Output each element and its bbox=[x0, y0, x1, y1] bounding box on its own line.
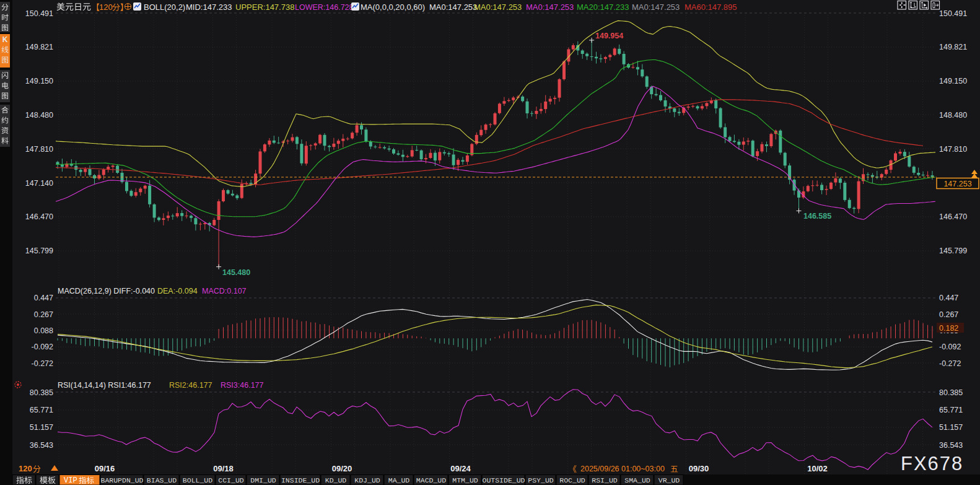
svg-text:RSI3:46.177: RSI3:46.177 bbox=[221, 381, 264, 390]
svg-text:147.253: 147.253 bbox=[943, 180, 971, 188]
svg-text:MACD_UD: MACD_UD bbox=[416, 476, 446, 484]
svg-text:146.470: 146.470 bbox=[25, 212, 53, 221]
svg-text:BOLL_UD: BOLL_UD bbox=[183, 476, 212, 484]
svg-text:36.543: 36.543 bbox=[939, 441, 963, 450]
svg-text:MACD:0.107: MACD:0.107 bbox=[202, 287, 247, 295]
svg-text:09/16: 09/16 bbox=[95, 464, 115, 473]
svg-text:09/20: 09/20 bbox=[332, 464, 352, 473]
svg-text:MA0:147.253: MA0:147.253 bbox=[429, 2, 477, 12]
svg-text:2025/09/26 01:00~03:00: 2025/09/26 01:00~03:00 bbox=[580, 465, 665, 473]
svg-text:VR_UD: VR_UD bbox=[658, 476, 680, 484]
svg-text:80.385: 80.385 bbox=[939, 388, 963, 397]
svg-text:MACD(26,12,9) DIFF:-0.040: MACD(26,12,9) DIFF:-0.040 bbox=[58, 287, 155, 295]
svg-text:RSI_UD: RSI_UD bbox=[592, 476, 618, 484]
svg-text:CCI_UD: CCI_UD bbox=[218, 476, 244, 484]
svg-text:80.385: 80.385 bbox=[30, 388, 53, 397]
svg-text:09/24: 09/24 bbox=[450, 464, 471, 473]
svg-text:DMI_UD: DMI_UD bbox=[250, 476, 276, 484]
svg-text:MA_UD: MA_UD bbox=[388, 476, 410, 484]
svg-text:51.157: 51.157 bbox=[30, 423, 53, 432]
svg-text:MA(0,0,0,20,0,60): MA(0,0,0,20,0,60) bbox=[361, 2, 425, 12]
svg-text:0.267: 0.267 bbox=[939, 310, 958, 319]
svg-text:146.470: 146.470 bbox=[939, 212, 967, 221]
svg-text:0.088: 0.088 bbox=[34, 326, 53, 335]
svg-text:ROC_UD: ROC_UD bbox=[559, 476, 585, 484]
svg-text:148.480: 148.480 bbox=[25, 111, 53, 120]
svg-text:K: K bbox=[2, 35, 8, 44]
svg-text:-0.092: -0.092 bbox=[32, 343, 53, 351]
svg-text:145.799: 145.799 bbox=[25, 247, 53, 255]
svg-text:MA20:147.233: MA20:147.233 bbox=[577, 2, 629, 12]
svg-text:BARUPDN_UD: BARUPDN_UD bbox=[100, 476, 143, 484]
svg-text:OUTSIDE_UD: OUTSIDE_UD bbox=[482, 476, 525, 484]
svg-text:65.771: 65.771 bbox=[30, 406, 53, 414]
svg-text:KD_UD: KD_UD bbox=[325, 476, 347, 484]
svg-text:VIP: VIP bbox=[64, 476, 77, 485]
svg-text:LOWER:146.728: LOWER:146.728 bbox=[295, 3, 354, 12]
svg-text:FX678: FX678 bbox=[901, 453, 963, 474]
svg-text:MA0:147.253: MA0:147.253 bbox=[474, 2, 522, 12]
svg-text:148.480: 148.480 bbox=[939, 111, 967, 120]
svg-text:BIAS_UD: BIAS_UD bbox=[147, 476, 177, 484]
svg-text:RSI2:46.177: RSI2:46.177 bbox=[169, 381, 212, 390]
svg-text:150.491: 150.491 bbox=[939, 9, 967, 18]
svg-text:0.447: 0.447 bbox=[939, 294, 958, 302]
svg-text:BOLL(20,2): BOLL(20,2) bbox=[144, 2, 185, 12]
svg-text:149.150: 149.150 bbox=[939, 77, 967, 85]
svg-text:149.821: 149.821 bbox=[939, 43, 967, 51]
svg-text:149.954: 149.954 bbox=[595, 32, 623, 40]
svg-text:120: 120 bbox=[99, 2, 113, 12]
svg-text:-0.092: -0.092 bbox=[939, 343, 961, 351]
svg-text:65.771: 65.771 bbox=[939, 406, 963, 414]
svg-text:145.799: 145.799 bbox=[939, 247, 967, 255]
svg-text:10/02: 10/02 bbox=[807, 464, 828, 473]
svg-text:150.491: 150.491 bbox=[25, 9, 53, 18]
svg-text:DEA:-0.094: DEA:-0.094 bbox=[157, 287, 198, 295]
svg-text:147.810: 147.810 bbox=[25, 145, 53, 154]
svg-text:149.150: 149.150 bbox=[25, 77, 53, 85]
svg-text:MA0:147.253: MA0:147.253 bbox=[526, 2, 574, 12]
svg-text:147.810: 147.810 bbox=[939, 145, 967, 154]
svg-text:147.140: 147.140 bbox=[25, 179, 53, 188]
svg-text:149.821: 149.821 bbox=[25, 43, 53, 51]
svg-text:RSI(14,14,14) RSI1:46.177: RSI(14,14,14) RSI1:46.177 bbox=[58, 381, 151, 390]
svg-text:36.543: 36.543 bbox=[30, 441, 53, 450]
svg-text:0.182: 0.182 bbox=[939, 324, 958, 333]
svg-text:MID:147.233: MID:147.233 bbox=[186, 2, 232, 12]
svg-text:-0.272: -0.272 bbox=[32, 359, 53, 368]
svg-text:SMA_UD: SMA_UD bbox=[624, 476, 650, 484]
svg-text:51.157: 51.157 bbox=[939, 423, 963, 432]
svg-text:09/30: 09/30 bbox=[689, 464, 709, 473]
svg-text:MTM_UD: MTM_UD bbox=[452, 476, 478, 484]
svg-text:MA60:147.895: MA60:147.895 bbox=[685, 2, 737, 12]
svg-text:INSIDE_UD: INSIDE_UD bbox=[281, 476, 320, 484]
svg-text:120: 120 bbox=[19, 464, 32, 473]
svg-text:0.267: 0.267 bbox=[34, 310, 53, 319]
svg-text:-0.272: -0.272 bbox=[939, 359, 961, 368]
svg-text:KDJ_UD: KDJ_UD bbox=[354, 476, 380, 484]
svg-text:MA0:147.253: MA0:147.253 bbox=[632, 2, 680, 12]
svg-text:145.480: 145.480 bbox=[222, 268, 250, 277]
svg-text:PSY_UD: PSY_UD bbox=[528, 476, 554, 484]
svg-text:146.585: 146.585 bbox=[803, 212, 831, 221]
svg-text:09/18: 09/18 bbox=[213, 464, 234, 473]
svg-text:UPPER:147.738: UPPER:147.738 bbox=[235, 2, 294, 12]
svg-text:0.447: 0.447 bbox=[34, 294, 53, 302]
